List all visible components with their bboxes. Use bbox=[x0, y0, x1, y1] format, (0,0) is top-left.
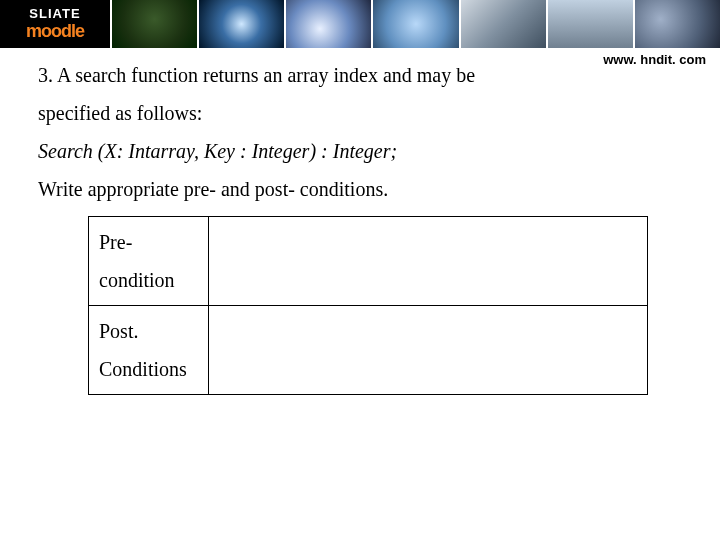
instruction-text: Write appropriate pre- and post- conditi… bbox=[38, 170, 682, 208]
table-row: Pre-condition bbox=[89, 217, 648, 306]
function-signature: Search (X: Intarray, Key : Integer) : In… bbox=[38, 132, 682, 170]
banner-tile bbox=[371, 0, 458, 48]
banner-tile bbox=[197, 0, 284, 48]
banner-image-strip bbox=[110, 0, 720, 48]
conditions-table-wrap: Pre-condition Post. Conditions bbox=[88, 216, 682, 395]
banner-tile bbox=[110, 0, 197, 48]
postcondition-value bbox=[208, 306, 647, 395]
slide-body: 3. A search function returns an array in… bbox=[0, 48, 720, 395]
table-row: Post. Conditions bbox=[89, 306, 648, 395]
banner-tile bbox=[546, 0, 633, 48]
header-banner: SLIATE moodle bbox=[0, 0, 720, 48]
question-text-1: A search function returns an array index… bbox=[57, 64, 475, 86]
question-line-1: 3. A search function returns an array in… bbox=[38, 56, 682, 94]
precondition-label: Pre-condition bbox=[89, 217, 209, 306]
precondition-value bbox=[208, 217, 647, 306]
question-number: 3. bbox=[38, 64, 57, 86]
logo-top-text: SLIATE bbox=[26, 6, 84, 21]
url-watermark: www. hndit. com bbox=[603, 52, 706, 67]
logo-bottom-text: moodle bbox=[26, 21, 84, 42]
question-line-2: specified as follows: bbox=[38, 94, 682, 132]
conditions-table: Pre-condition Post. Conditions bbox=[88, 216, 648, 395]
banner-tile bbox=[459, 0, 546, 48]
site-logo: SLIATE moodle bbox=[0, 0, 110, 48]
banner-tile bbox=[633, 0, 720, 48]
banner-tile bbox=[284, 0, 371, 48]
postcondition-label: Post. Conditions bbox=[89, 306, 209, 395]
